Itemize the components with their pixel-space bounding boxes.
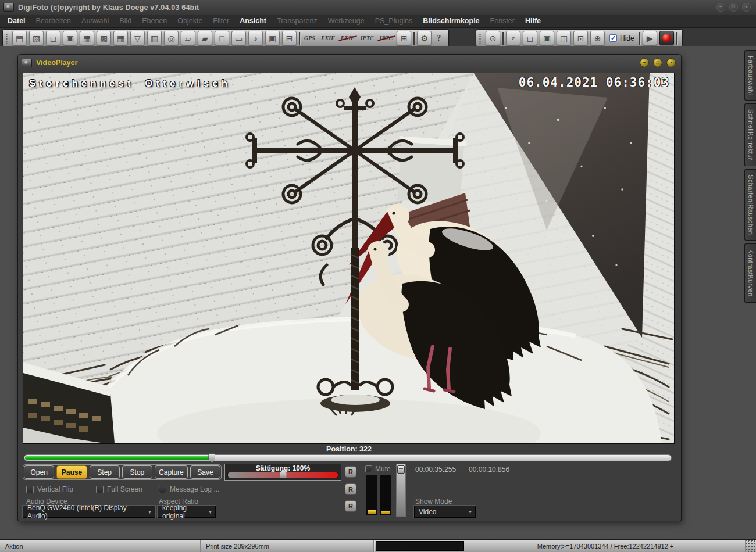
exif-icon[interactable]: EXIF [319,31,337,45]
menu-filter[interactable]: Filter [208,15,234,27]
app-close-button[interactable]: × [742,3,751,12]
folder-stack-icon[interactable]: ▰ [198,31,212,45]
menu-datei[interactable]: Datei [2,15,31,27]
iptc-icon[interactable]: IPTC [359,31,376,45]
status-progress [376,541,464,551]
capture-window-icon[interactable]: ▣ [540,31,554,45]
toolbar-item[interactable] [639,32,640,45]
microphone-icon[interactable]: ♪ [248,31,263,45]
thumbnail-browser-icon[interactable]: ▦ [80,31,94,45]
capture-zoom-icon[interactable]: ⊕ [590,31,605,45]
app-maximize-button[interactable]: □ [729,3,738,12]
image-preview-icon[interactable]: ▩ [97,31,111,45]
toolbar-item[interactable] [413,32,415,45]
screenshot-camera-icon[interactable]: ⊙ [486,31,500,45]
record-icon[interactable] [659,31,674,45]
mute-checkbox[interactable]: Mute [365,465,391,473]
open-button[interactable]: Open [24,465,54,479]
menu-hilfe[interactable]: Hilfe [520,15,546,27]
menu-objekte[interactable]: Objekte [172,15,208,27]
resize-grip[interactable] [746,540,756,552]
capture-monitor-2-icon[interactable]: 2 [506,31,520,45]
paste-icon[interactable]: ▣ [63,31,77,45]
checkbox-box [365,465,372,472]
iptc-remove-icon[interactable]: IPTC [378,31,395,45]
capture-screen-icon[interactable]: ◻ [523,31,537,45]
volume-thumb[interactable] [397,465,405,474]
exif-remove-icon[interactable]: EXIF [339,31,356,45]
video-camera-icon[interactable]: ▶ [643,31,657,45]
context-help-icon[interactable]: ? [434,31,444,45]
stop-button[interactable]: Stop [122,465,152,479]
menu-ps-plugins[interactable]: PS_Plugins [370,15,418,27]
menu-bild[interactable]: Bild [114,15,137,27]
menu-ebenen[interactable]: Ebenen [137,15,172,27]
capture-page-icon[interactable]: ⊡ [573,31,588,45]
audio-device-select[interactable]: BenQ GW2460 (Intel(R) Display-Audio) ▾ [23,506,155,518]
menu-auswahl[interactable]: Auswahl [76,15,114,27]
saettigung-slider[interactable]: Sättigung: 100% [224,464,341,481]
tab-kontrastkurven[interactable]: KontrastKurven [744,243,756,302]
tab-farbauswahl[interactable]: Farbauswahl [744,50,756,101]
position-thumb[interactable] [208,453,215,463]
message-log-checkbox[interactable]: Message Log ... [159,485,219,493]
menu-bildschirmkopie[interactable]: Bildschirmkopie [418,15,484,27]
video-display[interactable]: Storchennest Otterwisch 06.04.2021 06:36… [23,73,675,444]
checkbox-check-icon: ✓ [609,34,617,42]
menu-bearbeiten[interactable]: Bearbeiten [31,15,76,27]
menu-transparenz[interactable]: Transparenz [272,15,323,27]
tab-schnellkorrektur[interactable]: SchnellKorrektur [744,103,756,166]
transport-controls: OpenPauseStepStopCaptureSave Vertical Fl… [18,464,681,521]
web-export-icon[interactable]: ◎ [164,31,179,45]
aspect-ratio-select[interactable]: keeping original ▾ [158,506,216,518]
gps-icon[interactable]: GPS [302,31,317,45]
chevron-down-icon: ▾ [469,508,475,515]
blank-page-icon[interactable]: □ [215,31,229,45]
print-icon[interactable]: ⊟ [282,31,297,45]
funnel-tool-icon[interactable]: ▽ [130,31,145,45]
hide-checkbox[interactable]: ✓ Hide [609,34,634,42]
open-folder-icon[interactable]: ▧ [29,31,44,45]
transport-button-row: OpenPauseStepStopCaptureSave [23,464,222,480]
full-screen-checkbox[interactable]: Full Screen [96,485,142,493]
new-image-icon[interactable]: ◻ [46,31,60,45]
toolbar-item[interactable] [502,32,504,45]
page-copy-icon[interactable]: ▭ [231,31,246,45]
new-folder-icon[interactable]: ▱ [181,31,195,45]
tab-schaerfen-rauschen[interactable]: Schärfen|Rauschen [744,169,756,241]
slider-track[interactable] [227,472,338,478]
menu-ansicht[interactable]: Ansicht [234,15,272,27]
status-bar: Aktion Print size 209x296mm Memory:>=170… [0,539,756,552]
reset-helligkeit-button[interactable]: R [345,483,356,495]
settings-gear-icon[interactable]: ⚙ [417,31,432,45]
toolbar-item[interactable] [299,32,300,45]
image-stack-icon[interactable]: ▣ [265,31,280,45]
menu-werkzeuge[interactable]: Werkzeuge [323,15,370,27]
step-button[interactable]: Step [90,465,120,479]
vu-meter-right [380,475,391,515]
videoplayer-window: VideoPlayer −□× [17,54,682,521]
contact-sheet-icon[interactable]: ▦ [113,31,128,45]
position-track[interactable] [24,454,672,461]
show-mode-select[interactable]: Video ▾ [414,506,476,518]
open-image-icon[interactable]: ▤ [12,31,27,45]
vp-maximize-button[interactable]: □ [653,58,662,67]
vertical-flip-checkbox[interactable]: Vertical Flip [26,485,73,493]
volume-slider[interactable] [396,464,406,517]
videoplayer-titlebar[interactable]: VideoPlayer −□× [18,55,681,71]
capture-button[interactable]: Capture [155,465,188,479]
status-memory: Memory:>=17043001344 / Free:12242214912 … [466,540,746,552]
pause-button[interactable]: Pause [56,465,87,479]
app-minimize-button[interactable]: − [716,3,725,12]
vp-minimize-button[interactable]: − [640,58,649,67]
time-position: 00:00:35.255 [415,465,456,474]
filmstrip-icon[interactable]: ▥ [147,31,162,45]
toolbar-item[interactable] [676,32,677,45]
reset-speed-button[interactable]: R [345,466,356,478]
reset-saettigung-button[interactable]: R [345,500,356,512]
save-button[interactable]: Save [190,465,220,479]
metadata-book-icon[interactable]: ⊞ [397,31,411,45]
capture-area-icon[interactable]: ◫ [557,31,571,45]
menu-fenster[interactable]: Fenster [485,15,520,27]
vp-close-button[interactable]: × [666,58,676,67]
